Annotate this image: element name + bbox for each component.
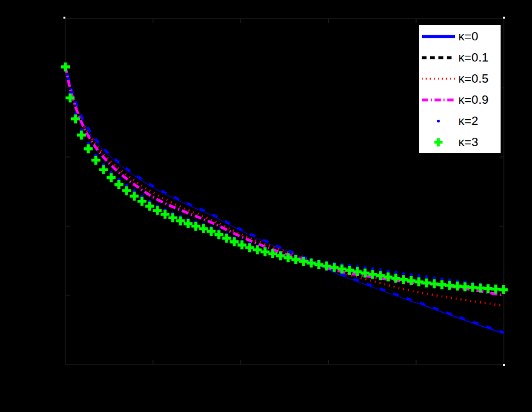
legend-label: κ=0.5: [458, 72, 488, 85]
legend-label: κ=0.9: [458, 94, 488, 106]
legend-line-sample: [421, 114, 456, 128]
legend-entry: κ=0.5: [419, 68, 501, 89]
corner-artifact-dot: [503, 17, 505, 19]
legend-line-sample: [421, 93, 456, 107]
legend-line-sample: [421, 51, 456, 65]
legend-entry: κ=0.1: [419, 47, 501, 68]
corner-artifact-dot: [63, 17, 65, 19]
legend-label: κ=0.1: [458, 51, 488, 63]
legend-label: κ=2: [458, 115, 478, 127]
legend-entry: κ=3: [419, 131, 501, 152]
legend-line-sample: [421, 72, 456, 86]
figure-canvas: κ=0 κ=0.1 κ=0.5 κ=0.9 κ=2 κ=3: [0, 0, 532, 412]
legend-label: κ=0: [458, 30, 478, 42]
legend: κ=0 κ=0.1 κ=0.5 κ=0.9 κ=2 κ=3: [418, 24, 502, 154]
legend-line-sample: [421, 29, 456, 44]
legend-entry: κ=2: [419, 110, 501, 131]
legend-entry: κ=0.9: [419, 89, 501, 110]
legend-entry: κ=0: [419, 26, 501, 47]
corner-artifact-dot: [503, 364, 505, 366]
legend-line-sample: [421, 135, 456, 149]
legend-label: κ=3: [458, 136, 478, 148]
